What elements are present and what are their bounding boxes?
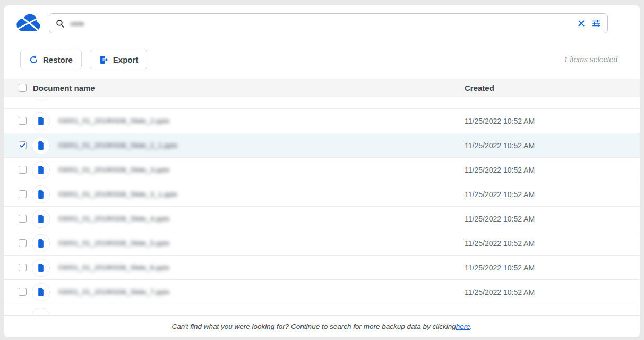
- restore-icon: [29, 55, 38, 64]
- document-name: 03001_01_20190338_Slide_2.pptx: [58, 117, 169, 125]
- document-icon-circle: [32, 97, 50, 101]
- footer-text-period: .: [470, 322, 473, 330]
- document-icon: [32, 234, 50, 252]
- table-row[interactable]: 03001_01_20190338_Slide_2_1.pptx 11/25/2…: [4, 133, 640, 157]
- row-checkbox[interactable]: [19, 190, 27, 198]
- created-date: 11/25/2022 10:52 AM: [465, 264, 535, 272]
- search-icon: [56, 19, 65, 28]
- table-row[interactable]: 03001_01_20190338_Slide_6.pptx 11/25/202…: [4, 255, 640, 279]
- document-name: 03001_01_20190338_Slide_3_1.pptx: [58, 190, 177, 198]
- table-row[interactable]: 03001_01_20190338_Slide_2.pptx 11/25/202…: [4, 108, 640, 133]
- created-date: 11/25/2022 10:52 AM: [465, 141, 535, 150]
- row-checkbox[interactable]: [19, 239, 27, 247]
- top-bar: slide: [4, 5, 640, 33]
- row-checkbox[interactable]: [19, 166, 27, 174]
- search-input[interactable]: slide: [49, 13, 608, 33]
- table-row-partial-top: [4, 97, 640, 108]
- document-icon: [32, 112, 50, 130]
- table-row[interactable]: 03001_01_20190338_Slide_3.pptx 11/25/202…: [4, 157, 640, 182]
- document-name: 03001_01_20190338_Slide_4.pptx: [58, 215, 169, 223]
- row-checkbox[interactable]: [19, 215, 27, 223]
- created-date: 11/25/2022 10:52 AM: [465, 117, 535, 125]
- created-date: 11/25/2022 10:52 AM: [465, 166, 535, 174]
- created-date: 11/25/2022 10:52 AM: [465, 288, 535, 296]
- search-query-text: slide: [70, 20, 84, 28]
- table-row[interactable]: 03001_01_20190338_Slide_4.pptx 11/25/202…: [4, 206, 640, 231]
- document-name: 03001_01_20190338_Slide_6.pptx: [58, 264, 169, 271]
- document-name: 03001_01_20190338_Slide_2_1.pptx: [58, 141, 177, 149]
- footer-text: Can't find what you were looking for? Co…: [171, 322, 456, 330]
- created-date: 11/25/2022 10:52 AM: [465, 190, 535, 199]
- filter-icon[interactable]: [591, 19, 601, 28]
- column-header-document-name: Document name: [33, 83, 95, 92]
- export-button[interactable]: Export: [90, 50, 148, 69]
- document-icon: [32, 210, 50, 228]
- row-checkbox[interactable]: [19, 141, 27, 149]
- document-name: 03001_01_20190338_Slide_5.pptx: [58, 239, 169, 247]
- document-icon: [32, 283, 50, 301]
- search-more-link[interactable]: here: [456, 322, 470, 330]
- document-name: 03001_01_20190338_Slide_7.pptx: [58, 288, 169, 296]
- table-header: Document name Created: [4, 79, 640, 97]
- clear-search-icon[interactable]: [577, 19, 586, 28]
- table-row[interactable]: 03001_01_20190338_Slide_5.pptx 11/25/202…: [4, 231, 640, 255]
- document-icon: [32, 259, 50, 277]
- document-list: 03001_01_20190338_Slide_2.pptx 11/25/202…: [4, 97, 640, 315]
- selection-status: 1 items selected: [564, 55, 617, 64]
- document-icon-circle: [32, 308, 50, 314]
- document-icon: [32, 185, 50, 203]
- search-more-footer: Can't find what you were looking for? Co…: [4, 315, 640, 337]
- restore-button-label: Restore: [43, 55, 73, 64]
- created-date: 11/25/2022 10:52 AM: [465, 239, 535, 248]
- row-checkbox[interactable]: [19, 117, 27, 125]
- action-toolbar: Restore Export 1 items selected: [4, 50, 640, 69]
- export-icon: [99, 55, 108, 64]
- created-date: 11/25/2022 10:52 AM: [465, 215, 535, 223]
- cloud-backup-logo: [16, 14, 40, 32]
- row-checkbox[interactable]: [19, 264, 27, 271]
- document-icon: [32, 137, 50, 155]
- row-checkbox[interactable]: [19, 288, 27, 296]
- document-name: 03001_01_20190338_Slide_3.pptx: [58, 166, 169, 174]
- export-button-label: Export: [113, 55, 139, 64]
- column-header-created: Created: [465, 83, 494, 92]
- restore-button[interactable]: Restore: [20, 50, 82, 69]
- table-row[interactable]: 03001_01_20190338_Slide_7.pptx 11/25/202…: [4, 279, 640, 304]
- table-row[interactable]: 03001_01_20190338_Slide_3_1.pptx 11/25/2…: [4, 182, 640, 206]
- backup-browser-panel: slide: [4, 5, 640, 337]
- document-icon: [32, 161, 50, 179]
- select-all-checkbox[interactable]: [19, 84, 27, 92]
- table-row-partial-bottom: [4, 304, 640, 314]
